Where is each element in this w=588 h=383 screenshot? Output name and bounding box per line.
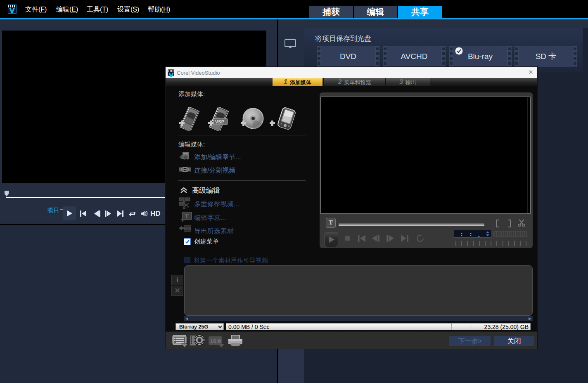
svg-text:16:9: 16:9 <box>210 338 221 344</box>
svg-text:VSP: VSP <box>215 119 224 124</box>
svg-text:T: T <box>185 213 189 220</box>
